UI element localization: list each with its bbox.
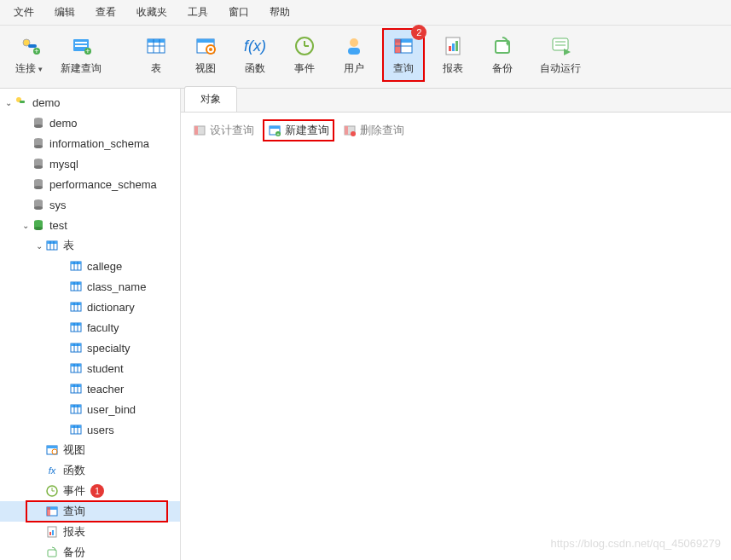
folder-report[interactable]: 报表 (0, 522, 180, 542)
expand-arrow[interactable]: ⌄ (20, 221, 31, 230)
tree-label: demo (49, 117, 78, 130)
table-teacher[interactable]: teacher (0, 378, 180, 399)
table-faculty[interactable]: faculty (0, 317, 180, 338)
fx-icon: fx (44, 463, 60, 478)
db-test[interactable]: ⌄test (0, 215, 180, 235)
table-icon (68, 340, 84, 355)
db-icon (31, 156, 46, 171)
folder-view[interactable]: 视图 (0, 440, 180, 460)
menu-window[interactable]: 窗口 (229, 5, 249, 20)
tree-label: callege (87, 260, 122, 273)
folder-tables[interactable]: ⌄表 (0, 235, 180, 256)
svg-rect-110 (49, 532, 51, 535)
svg-rect-114 (194, 126, 198, 135)
sidebar: ⌄demodemoinformation_schemamysqlperforma… (0, 89, 181, 560)
toolbar-connect[interactable]: +连接 ▼ (7, 29, 52, 81)
db-information_schema[interactable]: information_schema (0, 133, 180, 153)
toolbar-label: 自动运行 (540, 61, 581, 76)
report-icon (441, 34, 465, 58)
folder-fx[interactable]: fx函数 (0, 460, 180, 481)
badge: 2 (411, 25, 426, 40)
svg-rect-76 (71, 323, 81, 326)
table-class_name[interactable]: class_name (0, 276, 180, 297)
svg-text:fx: fx (49, 465, 56, 476)
svg-rect-5 (75, 42, 87, 43)
folder-event[interactable]: 事件1 (0, 481, 180, 501)
db-icon (31, 176, 46, 192)
folder-query[interactable]: 查询 (0, 501, 180, 522)
db-demo[interactable]: demo (0, 113, 180, 133)
menu-edit[interactable]: 编辑 (55, 5, 75, 20)
table-icon (68, 299, 84, 315)
tree-label: 报表 (63, 524, 85, 540)
tree-label: dictionary (87, 301, 135, 314)
tree-label: specialty (87, 342, 131, 355)
menu-file[interactable]: 文件 (14, 5, 34, 20)
db-sys[interactable]: sys (0, 194, 180, 215)
db-icon (31, 115, 46, 130)
design-icon (193, 124, 206, 137)
table-specialty[interactable]: specialty (0, 338, 180, 358)
tree-label: user_bind (87, 403, 136, 416)
tree-label: demo (32, 96, 61, 109)
action-new[interactable]: +新建查询 (263, 119, 334, 141)
toolbar-function[interactable]: f(x)函数 (235, 29, 276, 81)
tree-label: teacher (87, 383, 124, 395)
toolbar-autorun[interactable]: 自动运行 (531, 29, 589, 81)
table-icon (68, 401, 84, 417)
db-mysql[interactable]: mysql (0, 153, 180, 174)
toolbar-backup[interactable]: 备份 (482, 29, 523, 81)
svg-rect-120 (345, 126, 348, 135)
expand-arrow[interactable]: ⌄ (34, 241, 44, 251)
svg-rect-72 (71, 303, 81, 305)
menu-view[interactable]: 查看 (96, 5, 116, 20)
table-users[interactable]: users (0, 419, 180, 440)
tree-label: performance_schema (49, 178, 157, 191)
toolbar-user[interactable]: 用户 (334, 29, 374, 81)
svg-rect-88 (71, 384, 81, 387)
toolbar-label: 函数 (245, 61, 265, 76)
db-icon (31, 136, 46, 151)
menu-favorites[interactable]: 收藏夹 (136, 5, 167, 20)
menu-help[interactable]: 帮助 (270, 5, 290, 20)
tree-label: 表 (63, 238, 74, 253)
toolbar-label: 备份 (492, 61, 513, 76)
svg-text:+: + (276, 131, 280, 136)
svg-rect-100 (47, 446, 57, 448)
svg-rect-40 (20, 101, 25, 103)
toolbar-label: 表 (151, 61, 161, 76)
toolbar-label: 视图 (195, 61, 216, 76)
toolbar-view[interactable]: 视图 (185, 29, 226, 81)
table-user_bind[interactable]: user_bind (0, 399, 180, 419)
folder-backup[interactable]: 备份 (0, 542, 180, 560)
connection-demo[interactable]: ⌄demo (0, 92, 180, 113)
toolbar-newquery[interactable]: +新建查询 (52, 29, 110, 81)
toolbar-label: 事件 (294, 61, 315, 76)
tree-label: 函数 (63, 463, 85, 478)
tree-label: users (87, 424, 114, 436)
svg-rect-35 (553, 38, 568, 50)
svg-rect-80 (71, 344, 81, 346)
tree-label: information_schema (49, 137, 149, 150)
table-folder-icon (44, 238, 60, 253)
delete-icon (343, 124, 357, 137)
svg-point-55 (34, 206, 43, 210)
db-performance_schema[interactable]: performance_schema (0, 174, 180, 194)
tree-label: sys (49, 199, 67, 211)
table-student[interactable]: student (0, 358, 180, 378)
connect-icon: + (18, 34, 42, 58)
table-dictionary[interactable]: dictionary (0, 297, 180, 317)
toolbar-query[interactable]: 查询2 (383, 29, 424, 81)
toolbar-table[interactable]: 表 (136, 29, 177, 81)
db-active-icon (31, 217, 46, 233)
expand-arrow[interactable]: ⌄ (3, 98, 14, 107)
tab-objects[interactable]: 对象 (184, 86, 237, 112)
svg-rect-108 (47, 507, 50, 516)
new-icon: + (268, 124, 281, 137)
toolbar-report[interactable]: 报表 (432, 29, 473, 81)
watermark: https://blog.csdn.net/qq_45069279 (551, 537, 722, 550)
toolbar-event[interactable]: 事件 (284, 29, 325, 81)
table-callege[interactable]: callege (0, 256, 180, 276)
menu-tools[interactable]: 工具 (188, 5, 208, 20)
action-label: 删除查询 (360, 123, 404, 138)
